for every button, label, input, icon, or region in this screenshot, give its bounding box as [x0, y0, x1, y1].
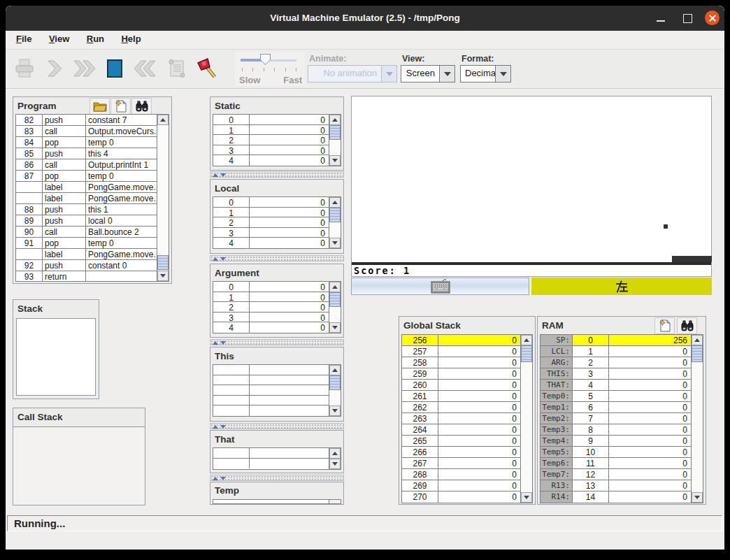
table-cell[interactable]: 0 [438, 335, 520, 345]
table-row[interactable]: 2690 [402, 480, 520, 491]
table-cell[interactable]: 1 [573, 346, 609, 357]
table-cell[interactable]: PongGame.move... [86, 193, 157, 203]
table-cell[interactable]: pop [43, 238, 86, 248]
table-cell[interactable]: 0 [250, 302, 329, 312]
table-cell[interactable]: 2 [213, 135, 250, 145]
table-cell[interactable]: 264 [402, 424, 438, 435]
view-select[interactable]: Screen [401, 65, 455, 82]
table-cell[interactable] [213, 448, 250, 458]
table-cell[interactable]: 83 [16, 126, 43, 136]
splitter[interactable] [210, 423, 344, 429]
scroll-track[interactable] [157, 125, 169, 271]
table-row[interactable]: Temp7:120 [541, 469, 691, 480]
table-row[interactable]: 20 [213, 302, 329, 313]
table-cell[interactable]: 0 [438, 436, 520, 446]
table-cell[interactable] [250, 405, 329, 416]
table-row[interactable]: 00 [213, 115, 329, 125]
scroll-down-button[interactable] [329, 459, 341, 469]
table-cell[interactable]: 0 [250, 217, 329, 227]
table-cell[interactable]: 262 [402, 402, 438, 412]
table-cell[interactable]: 9 [573, 436, 609, 446]
table-cell[interactable]: 0 [609, 380, 691, 390]
table-row[interactable]: 2670 [402, 458, 520, 469]
open-program-button[interactable] [90, 98, 110, 115]
global-stack-scrollbar[interactable] [520, 335, 532, 503]
find-ram-button[interactable] [677, 317, 697, 334]
table-row[interactable]: THIS:30 [541, 368, 691, 380]
scroll-thumb[interactable] [521, 345, 532, 362]
table-cell[interactable]: 258 [402, 357, 438, 368]
table-cell[interactable]: 4 [573, 380, 609, 390]
table-cell[interactable]: 14 [573, 491, 609, 503]
table-row[interactable]: 83callOutput.moveCurs... [16, 126, 157, 137]
table-cell[interactable]: temp 0 [86, 171, 157, 181]
table-row[interactable]: 40 [213, 322, 329, 333]
table-cell[interactable]: 0 [213, 115, 250, 124]
table-row[interactable]: 00 [213, 197, 329, 208]
table-cell[interactable]: 10 [573, 447, 609, 457]
table-cell[interactable] [16, 182, 43, 192]
splitter[interactable] [210, 171, 344, 178]
table-cell[interactable]: 0 [213, 197, 250, 207]
table-cell[interactable]: Output.printInt 1 [86, 159, 157, 170]
program-scrollbar[interactable] [157, 115, 169, 281]
table-cell[interactable]: 0 [438, 368, 520, 379]
scroll-down-button[interactable] [329, 238, 341, 248]
table-row[interactable]: Temp4:90 [541, 436, 691, 447]
argument-scrollbar[interactable] [329, 282, 341, 333]
table-cell[interactable] [250, 385, 329, 395]
table-row[interactable]: 20 [213, 217, 329, 228]
table-row[interactable]: 93return [16, 271, 157, 281]
table-cell[interactable]: 256 [609, 335, 691, 345]
table-row[interactable]: labelPongGame.move... [16, 182, 157, 193]
table-cell[interactable]: label [43, 182, 86, 192]
table-row[interactable]: 2660 [402, 447, 520, 458]
table-row[interactable] [213, 375, 329, 386]
table-cell[interactable]: Output.moveCurs... [86, 126, 157, 136]
table-cell[interactable]: 0 [609, 458, 691, 468]
table-cell[interactable]: 3 [213, 313, 250, 322]
table-row[interactable]: 86callOutput.printInt 1 [16, 159, 157, 171]
animate-dropdown-button[interactable] [381, 66, 396, 82]
table-cell[interactable]: 4 [213, 155, 250, 166]
table-cell[interactable] [213, 365, 250, 375]
table-cell[interactable]: 0 [609, 424, 691, 435]
table-row[interactable]: 40 [213, 155, 329, 166]
table-cell[interactable]: return [43, 271, 86, 281]
run-button[interactable] [71, 53, 98, 84]
table-cell[interactable]: 0 [438, 469, 520, 480]
table-row[interactable] [213, 405, 329, 416]
table-cell[interactable]: 0 [250, 135, 329, 145]
scroll-up-button[interactable] [692, 335, 703, 345]
table-cell[interactable]: 0 [438, 491, 520, 503]
table-cell[interactable]: 268 [402, 469, 438, 480]
splitter[interactable] [210, 255, 344, 261]
table-cell[interactable]: 0 [250, 313, 329, 322]
table-cell[interactable]: call [43, 227, 86, 237]
scroll-up-button[interactable] [329, 282, 341, 292]
scroll-down-button[interactable] [329, 155, 341, 166]
temp-scrollbar[interactable] [329, 500, 341, 503]
close-button[interactable] [705, 10, 719, 24]
table-cell[interactable]: 263 [402, 413, 438, 424]
scroll-down-button[interactable] [329, 322, 341, 333]
table-cell[interactable]: 0 [438, 424, 520, 435]
table-cell[interactable]: push [43, 215, 86, 226]
table-cell[interactable]: push [43, 260, 86, 271]
table-row[interactable]: 2700 [402, 491, 520, 503]
table-cell[interactable]: 261 [402, 391, 438, 401]
table-row[interactable]: 2580 [402, 357, 520, 368]
scroll-down-button[interactable] [329, 405, 341, 416]
table-row[interactable]: 40 [213, 238, 329, 248]
table-cell[interactable]: 0 [250, 322, 329, 333]
table-row[interactable]: Temp1:60 [541, 402, 691, 413]
find-button[interactable] [131, 98, 152, 115]
table-cell[interactable]: label [43, 193, 86, 203]
table-cell[interactable]: 256 [402, 335, 438, 345]
table-row[interactable]: 2640 [402, 424, 520, 436]
table-cell[interactable] [250, 448, 329, 458]
table-cell[interactable]: 0 [609, 480, 691, 491]
table-cell[interactable]: 6 [573, 402, 609, 412]
menu-file[interactable]: File [13, 31, 35, 44]
menu-help[interactable]: Help [117, 31, 144, 44]
